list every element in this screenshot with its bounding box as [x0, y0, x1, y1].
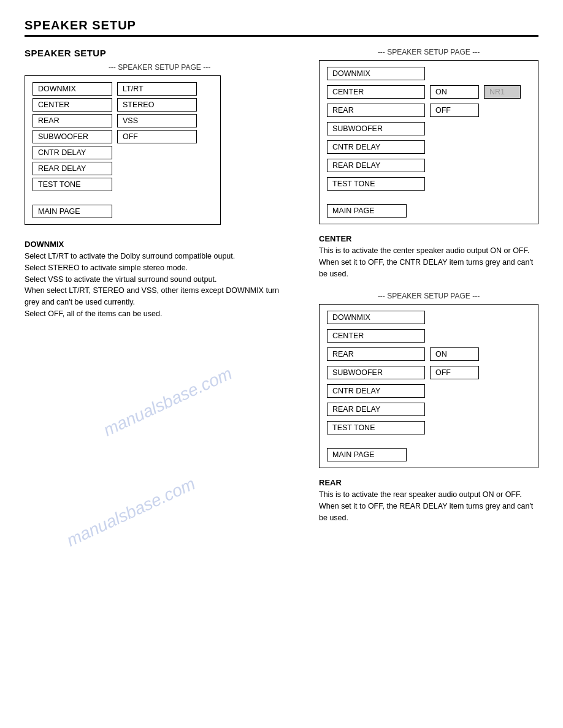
center-desc-heading: CENTER: [319, 234, 538, 243]
right-bottom-setup-box: DOWNMIX CENTER REAR ON SUBWOOFER OFF: [319, 304, 538, 468]
page-title: SPEAKER SETUP: [25, 18, 538, 32]
right-top-cntr-delay[interactable]: CNTR DELAY: [327, 140, 425, 154]
right-top-test-tone-row: TEST TONE: [327, 177, 530, 191]
right-top-rear-delay[interactable]: REAR DELAY: [327, 159, 425, 172]
right-bottom-test-tone[interactable]: TEST TONE: [327, 421, 425, 434]
left-center[interactable]: CENTER: [33, 98, 112, 112]
right-top-downmix-row: DOWNMIX: [327, 67, 530, 80]
right-top-setup-box: DOWNMIX CENTER ON NR1 REAR OFF: [319, 60, 538, 224]
right-bottom-cntr-delay-row: CNTR DELAY: [327, 384, 530, 398]
right-top-downmix[interactable]: DOWNMIX: [327, 67, 425, 80]
right-bottom-subwoofer[interactable]: SUBWOOFER: [327, 366, 425, 379]
right-bottom-rear-delay[interactable]: REAR DELAY: [327, 403, 425, 416]
left-downmix[interactable]: DOWNMIX: [33, 82, 112, 96]
left-vss[interactable]: VSS: [117, 114, 197, 127]
left-ltrt[interactable]: LT/RT: [117, 82, 197, 96]
left-rear[interactable]: REAR: [33, 114, 112, 127]
right-top-subwoofer[interactable]: SUBWOOFER: [327, 122, 425, 135]
right-bottom-center-row: CENTER: [327, 329, 530, 343]
left-test-tone[interactable]: TEST TONE: [33, 178, 112, 191]
right-top-cntr-delay-row: CNTR DELAY: [327, 140, 530, 154]
right-bottom-test-tone-row: TEST TONE: [327, 421, 530, 434]
left-page-label: --- SPEAKER SETUP PAGE ---: [25, 63, 294, 72]
left-stereo[interactable]: STEREO: [117, 98, 197, 112]
right-bottom-section: --- SPEAKER SETUP PAGE --- DOWNMIX CENTE…: [319, 292, 538, 523]
right-top-page-label: --- SPEAKER SETUP PAGE ---: [319, 48, 538, 56]
downmix-text: Select LT/RT to activate the Dolby surro…: [25, 251, 294, 320]
right-bottom-subwoofer-row: SUBWOOFER OFF: [327, 366, 530, 379]
right-bottom-page-label: --- SPEAKER SETUP PAGE ---: [319, 292, 538, 300]
right-top-rear[interactable]: REAR: [327, 104, 425, 117]
right-bottom-rear-on[interactable]: ON: [430, 347, 479, 361]
center-desc-section: CENTER This is to activate the center sp…: [319, 234, 538, 279]
right-bottom-main-page[interactable]: MAIN PAGE: [327, 448, 407, 461]
left-col1: DOWNMIX CENTER REAR SUBWOOFER CNTR DELAY…: [33, 82, 112, 191]
left-cntr-delay[interactable]: CNTR DELAY: [33, 146, 112, 159]
right-top-test-tone[interactable]: TEST TONE: [327, 177, 425, 191]
right-bottom-cntr-delay[interactable]: CNTR DELAY: [327, 384, 425, 398]
right-top-rear-off[interactable]: OFF: [430, 104, 479, 117]
left-menu-rows: DOWNMIX CENTER REAR SUBWOOFER CNTR DELAY…: [33, 82, 213, 191]
left-setup-box: DOWNMIX CENTER REAR SUBWOOFER CNTR DELAY…: [25, 75, 221, 225]
right-column: --- SPEAKER SETUP PAGE --- DOWNMIX CENTE…: [319, 48, 538, 536]
right-top-center[interactable]: CENTER: [327, 85, 425, 99]
left-main-page[interactable]: MAIN PAGE: [33, 205, 112, 218]
right-bottom-downmix-row: DOWNMIX: [327, 311, 530, 324]
right-bottom-rear-row: REAR ON: [327, 347, 530, 361]
right-bottom-subwoofer-off[interactable]: OFF: [430, 366, 479, 379]
downmix-heading: DOWNMIX: [25, 240, 294, 249]
left-off[interactable]: OFF: [117, 130, 197, 143]
right-top-rear-row: REAR OFF: [327, 104, 530, 117]
right-bottom-rear[interactable]: REAR: [327, 347, 425, 361]
right-top-main-page[interactable]: MAIN PAGE: [327, 204, 407, 218]
downmix-desc-section: DOWNMIX Select LT/RT to activate the Dol…: [25, 240, 294, 320]
right-top-rear-delay-row: REAR DELAY: [327, 159, 530, 172]
left-column: SPEAKER SETUP --- SPEAKER SETUP PAGE ---…: [25, 48, 294, 536]
rear-desc-section: REAR This is to activate the rear speake…: [319, 478, 538, 523]
right-top-center-on[interactable]: ON: [430, 85, 479, 99]
center-desc-text: This is to activate the center speaker a…: [319, 245, 538, 279]
right-top-center-row: CENTER ON NR1: [327, 85, 530, 99]
right-bottom-center[interactable]: CENTER: [327, 329, 425, 343]
title-divider: [25, 35, 538, 37]
right-top-menu: DOWNMIX CENTER ON NR1 REAR OFF: [327, 67, 530, 193]
left-subwoofer[interactable]: SUBWOOFER: [33, 130, 112, 143]
rear-desc-text: This is to activate the rear speaker aud…: [319, 489, 538, 523]
left-col2: LT/RT STEREO VSS OFF: [117, 82, 197, 191]
right-top-subwoofer-row: SUBWOOFER: [327, 122, 530, 135]
right-bottom-downmix[interactable]: DOWNMIX: [327, 311, 425, 324]
right-top-center-nr1[interactable]: NR1: [484, 85, 521, 99]
right-bottom-menu: DOWNMIX CENTER REAR ON SUBWOOFER OFF: [327, 311, 530, 437]
left-section-heading: SPEAKER SETUP: [25, 48, 294, 58]
right-top-section: --- SPEAKER SETUP PAGE --- DOWNMIX CENTE…: [319, 48, 538, 279]
right-bottom-rear-delay-row: REAR DELAY: [327, 403, 530, 416]
left-rear-delay[interactable]: REAR DELAY: [33, 162, 112, 175]
rear-desc-heading: REAR: [319, 478, 538, 487]
